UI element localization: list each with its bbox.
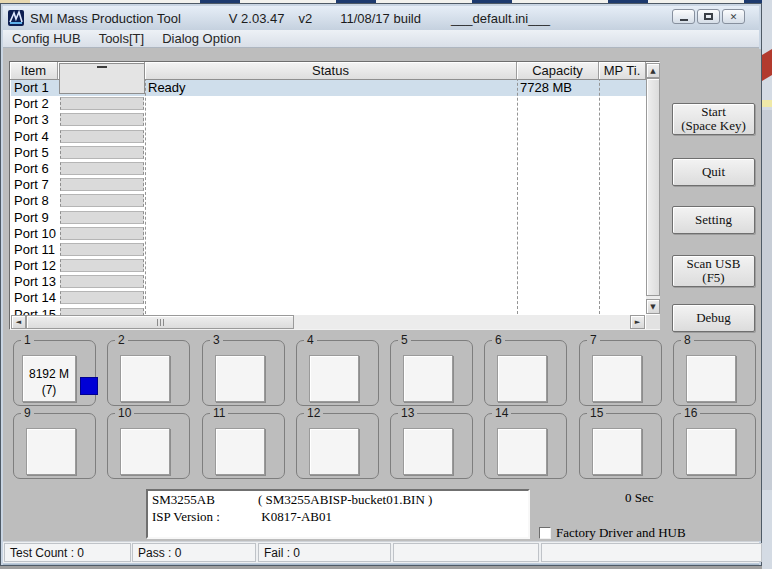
slot-number: 2 [115,333,128,347]
slot-group-15: 15 [579,413,662,479]
controller-name: SM3255AB [152,492,215,508]
slot-tile-1[interactable]: 8192 M (7) [22,355,76,402]
slot-tile-14[interactable] [497,428,547,475]
column-header-item[interactable]: Item [10,62,58,80]
slot-tile-6[interactable] [497,355,547,402]
table-row[interactable]: Port 6 [11,161,646,177]
scroll-up-icon[interactable]: ▲ [646,63,660,78]
factory-driver-checkbox[interactable] [539,527,551,539]
firmware-info-panel: SM3255AB ( SM3255ABISP-bucket01.BIN ) IS… [146,489,530,539]
table-row[interactable]: Port 14 [11,290,646,306]
ini-file-name: ___default.ini___ [451,11,550,26]
table-row[interactable]: Port 8 [11,193,646,209]
slot-tile-7[interactable] [592,355,642,402]
slot-tile-12[interactable] [309,428,359,475]
statusbar-empty-panel [393,543,539,562]
slot-tile-8[interactable] [686,355,736,402]
maximize-icon [704,13,713,20]
thumb-grip-icon [157,319,158,326]
table-row[interactable]: Port 13 [11,274,646,290]
factory-driver-option: Factory Driver and HUB [539,525,686,541]
scan-usb-button[interactable]: Scan USB(F5) [672,255,755,287]
quit-button[interactable]: Quit [672,158,755,186]
table-row[interactable]: Port 2 [11,96,646,112]
app-version-suffix: v2 [298,11,312,26]
start-button[interactable]: Start(Space Key) [672,103,755,135]
window-bottom-frame [3,563,759,565]
table-row[interactable]: Port 10 [11,226,646,242]
slot-number: 9 [21,406,34,420]
slot-group-14: 14 [484,413,567,479]
app-version: V 2.03.47 [229,11,285,26]
slot-group-11: 11 [202,413,285,479]
menu-item-dialog-option[interactable]: Dialog Option [153,30,250,47]
slot-tile-11[interactable] [215,428,265,475]
table-row[interactable]: Port 12 [11,258,646,274]
port-label: Port 11 [14,242,58,258]
slot-tile-16[interactable] [686,428,736,475]
statusbar-test-count: Test Count : 0 [4,543,131,562]
menu-item-tools-t-[interactable]: Tools[T] [90,30,154,47]
table-row[interactable]: Port 4 [11,129,646,145]
slot-number: 16 [681,406,700,420]
slot-group-10: 10 [107,413,190,479]
scroll-left-icon[interactable]: ◄ [11,315,26,329]
menu-item-config-hub[interactable]: Config HUB [3,30,90,47]
progress-cell [60,146,144,159]
port-status-table: ItemStatusCapacityMP Ti. Port 1Ready7728… [9,61,660,330]
client-area: ItemStatusCapacityMP Ti. Port 1Ready7728… [3,49,761,541]
slot-tile-9[interactable] [26,428,76,475]
progress-column-header[interactable] [59,63,145,94]
slot-tile-15[interactable] [592,428,642,475]
table-row[interactable]: Port 3 [11,112,646,128]
table-row[interactable]: Port 7 [11,177,646,193]
close-button[interactable]: ✕ [722,9,745,24]
slot-number: 3 [210,333,223,347]
slot-tile-4[interactable] [309,355,359,402]
slot-tile-3[interactable] [215,355,265,402]
port-label: Port 8 [14,193,58,209]
slot-tile-2[interactable] [120,355,170,402]
table-row[interactable]: Port 15 [11,307,646,315]
button-label: Scan USB [687,257,741,271]
capacity-cell: 7728 MB [520,80,572,96]
window-controls: ✕ [670,9,745,24]
status-bar: Test Count : 0Pass : 0Fail : 0 [3,541,759,563]
statusbar-pass: Pass : 0 [132,543,256,562]
table-row[interactable]: Port 9 [11,210,646,226]
minimize-button[interactable] [672,9,695,24]
slot-group-7: 7 [579,340,662,406]
column-header-capacity[interactable]: Capacity [517,62,599,80]
slot-active-indicator [80,377,98,395]
vertical-scrollbar[interactable]: ▲ ▼ [646,63,660,314]
slot-capacity: 8192 M (7) [23,366,75,398]
debug-button[interactable]: Debug [672,304,755,332]
desktop-fragment [762,49,772,81]
button-sublabel: (F5) [702,271,724,285]
slot-tile-13[interactable] [403,428,453,475]
progress-cell [60,130,144,143]
horizontal-scroll-thumb[interactable] [26,315,294,329]
slot-tile-10[interactable] [120,428,170,475]
table-row[interactable]: Port 5 [11,145,646,161]
title-bar[interactable]: SMI Mass Production Tool V 2.03.47 v2 11… [3,6,759,30]
column-header-mpti[interactable]: MP Ti. [599,62,646,80]
setting-button[interactable]: Setting [672,206,755,234]
factory-driver-label: Factory Driver and HUB [556,525,686,541]
slot-number: 1 [21,333,34,347]
slot-number: 5 [398,333,411,347]
slot-tile-5[interactable] [403,355,453,402]
slot-group-12: 12 [296,413,379,479]
scroll-down-icon[interactable]: ▼ [646,299,660,314]
vertical-scroll-thumb[interactable] [646,78,660,296]
progress-cell [60,211,144,224]
scroll-right-icon[interactable]: ► [630,315,645,329]
window-title: SMI Mass Production Tool [30,11,181,26]
horizontal-scrollbar[interactable]: ◄ ► [11,315,645,329]
maximize-button[interactable] [697,9,720,24]
table-row[interactable]: Port 11 [11,242,646,258]
column-header-status[interactable]: Status [145,62,517,80]
grid-line [145,63,146,314]
slot-group-16: 16 [673,413,756,479]
desktop-fragment [762,110,772,490]
